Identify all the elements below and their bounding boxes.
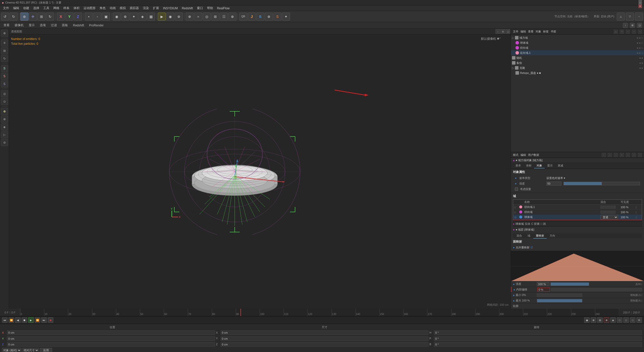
obj-mode-3[interactable]: ✦ bbox=[130, 13, 138, 21]
scene-header-obj[interactable]: 对象 bbox=[536, 30, 541, 33]
menu-item-扩展[interactable]: 扩展 bbox=[151, 6, 161, 11]
render-region-button[interactable]: ◉ bbox=[166, 13, 174, 21]
domain-row-sphere[interactable]: ☑ 球体域 普通 100 % | bbox=[513, 215, 642, 220]
scene-header-nav-4[interactable]: ○ bbox=[632, 30, 636, 34]
transport-play[interactable]: ▶ bbox=[28, 317, 34, 323]
tb-top-right-1[interactable]: △ bbox=[617, 13, 625, 21]
transport-extra-5[interactable]: ◈ bbox=[610, 317, 616, 323]
tx-size-y[interactable] bbox=[221, 336, 429, 341]
transport-prev-key[interactable]: ⏪ bbox=[9, 317, 14, 323]
tb-extra-6[interactable]: ⊕ bbox=[228, 13, 236, 21]
props-nav-c2[interactable]: ○ bbox=[632, 153, 636, 157]
props-header-edit[interactable]: 编辑 bbox=[520, 153, 526, 157]
props-nav-fwd[interactable]: → bbox=[608, 153, 612, 157]
viewport-canvas[interactable]: Number of emitters: 0 Total live particl… bbox=[9, 35, 511, 309]
tx-rot-b[interactable] bbox=[434, 342, 642, 347]
props-nav-back[interactable]: ← bbox=[602, 153, 606, 157]
scene-header-view[interactable]: 查看 bbox=[528, 30, 534, 33]
tb2-view[interactable]: 查看 bbox=[2, 23, 11, 28]
transport-next[interactable]: ⏩ bbox=[35, 317, 40, 323]
menu-item-realflow[interactable]: RealFlow bbox=[215, 6, 232, 11]
close-button[interactable]: ✕ bbox=[638, 5, 642, 8]
transport-first[interactable]: ⏮ bbox=[2, 317, 8, 323]
speed-type-value[interactable]: 设置色对速率 ▾ bbox=[546, 176, 640, 180]
tb-j-button[interactable]: J bbox=[248, 13, 256, 21]
props-nav-c1[interactable]: ○ bbox=[626, 153, 630, 157]
menu-item-insydium[interactable]: INSYDIUM bbox=[161, 6, 180, 11]
menu-item-文件[interactable]: 文件 bbox=[1, 6, 11, 11]
tb2-right-2[interactable]: ⊞ bbox=[630, 23, 635, 28]
scene-item-backup[interactable]: 备份 ■ ■ bbox=[511, 60, 644, 65]
menu-item-动画[interactable]: 动画 bbox=[108, 6, 118, 11]
menu-item-样条[interactable]: 样条 bbox=[61, 6, 71, 11]
props-header-mode[interactable]: 模式 bbox=[513, 153, 518, 157]
z-axis-button[interactable]: Z bbox=[74, 13, 82, 21]
blend-tab-remap[interactable]: 重映射 bbox=[533, 233, 547, 239]
timeline-ruler[interactable]: 0102030405060708090100110120130140150160… bbox=[20, 309, 619, 316]
tb2-display[interactable]: 显示 bbox=[27, 23, 36, 28]
tb2-camera[interactable]: 摄像机 bbox=[13, 23, 25, 28]
tool-paint[interactable]: ◎ bbox=[1, 90, 8, 97]
transport-last[interactable]: ⏭ bbox=[41, 317, 47, 323]
menu-item-角色[interactable]: 角色 bbox=[98, 6, 108, 11]
tb2-redshift[interactable]: Redshift bbox=[71, 23, 86, 28]
scene-check-4[interactable]: □ bbox=[641, 52, 643, 54]
vc-btn-1[interactable]: ↕ bbox=[496, 29, 500, 34]
menu-item-redshift[interactable]: Redshift bbox=[180, 6, 195, 11]
strength-track[interactable] bbox=[550, 282, 589, 286]
tool-rotate[interactable]: ↻ bbox=[1, 55, 8, 62]
scene-check-2[interactable]: □ bbox=[641, 41, 643, 44]
tb-extra-9[interactable]: ✦ bbox=[282, 13, 290, 21]
menu-item-工具[interactable]: 工具 bbox=[41, 6, 51, 11]
scene-header-edit[interactable]: 编辑 bbox=[520, 30, 526, 33]
transport-extra-1[interactable]: ◉ bbox=[584, 317, 590, 323]
tb2-prorender[interactable]: ProRender bbox=[88, 23, 105, 28]
tx-size-z[interactable] bbox=[221, 342, 429, 347]
domain-row-radial[interactable]: □ 径向域 100 % | bbox=[513, 210, 642, 215]
obj-mode-2[interactable]: ⊕ bbox=[121, 13, 129, 21]
strength-slider-input[interactable] bbox=[537, 282, 549, 286]
transport-prev[interactable]: ◀ bbox=[15, 317, 21, 323]
props-nav-x[interactable]: × bbox=[620, 153, 624, 157]
props-header-userdata[interactable]: 用户数据 bbox=[528, 153, 539, 157]
domain-type-sphere[interactable]: 球体域 bbox=[515, 222, 524, 226]
scene-item-sphere[interactable]: 球体域 ■ ■ □ bbox=[511, 40, 644, 45]
props-nav-c3[interactable]: ○ bbox=[638, 153, 642, 157]
scene-header-file[interactable]: 文件 bbox=[513, 30, 518, 33]
tb2-options[interactable]: 选项 bbox=[38, 23, 47, 28]
consider-mass-checkbox[interactable] bbox=[515, 188, 518, 191]
scene-header-nav-3[interactable]: ○ bbox=[626, 30, 630, 34]
tool-move[interactable]: ✛ bbox=[1, 39, 8, 47]
tb2-right-3[interactable]: ◲ bbox=[637, 23, 642, 28]
tab-falloff[interactable]: 衰减 bbox=[555, 163, 566, 168]
tool-extra-3[interactable]: ◈ bbox=[1, 123, 8, 130]
tx-rot-h[interactable] bbox=[434, 330, 642, 335]
transport-extra-4[interactable]: ⊗ bbox=[604, 317, 609, 323]
scene-header-tag[interactable]: 标签 bbox=[543, 30, 549, 33]
tb-extra-4[interactable]: ⊞ bbox=[211, 13, 219, 21]
menu-item-编辑[interactable]: 编辑 bbox=[11, 6, 21, 11]
vc-btn-2[interactable]: ⊞ bbox=[501, 29, 505, 34]
menu-item-渲染[interactable]: 渲染 bbox=[141, 6, 151, 11]
select-tool-button[interactable]: ⊕ bbox=[20, 13, 28, 21]
apply-button[interactable]: 应用 bbox=[40, 348, 52, 352]
obj-mode-5[interactable]: ▦ bbox=[147, 13, 155, 21]
domain-type-solid[interactable]: 实体 bbox=[525, 222, 530, 226]
tool-extra-4[interactable]: ▷ bbox=[1, 131, 8, 138]
menu-item-创建[interactable]: 创建 bbox=[21, 6, 31, 11]
transport-extra-3[interactable]: ⊞ bbox=[597, 317, 603, 323]
y-axis-button[interactable]: Y bbox=[65, 13, 73, 21]
tb-s-button[interactable]: S bbox=[273, 13, 281, 21]
transport-stop[interactable]: ⏹ bbox=[22, 317, 27, 323]
move-tool-button[interactable]: ✛ bbox=[29, 13, 37, 21]
tool-scale[interactable]: ⊞ bbox=[1, 47, 8, 54]
scene-item-clone[interactable]: ▷ 克隆 ■ ■ bbox=[511, 65, 644, 70]
redo-button[interactable]: ↻ bbox=[10, 13, 18, 21]
tb-top-right-2[interactable]: ▽ bbox=[626, 13, 634, 21]
scene-item-random[interactable]: 随机 ■ ■ bbox=[511, 55, 644, 60]
inner-offset-track[interactable] bbox=[551, 288, 642, 291]
menu-item-体积[interactable]: 体积 bbox=[71, 6, 82, 11]
tb-top-right-3[interactable]: ○ bbox=[635, 13, 643, 21]
render-button[interactable]: ▶ bbox=[158, 13, 166, 21]
scene-item-domain-force[interactable]: ▷ 域力域 ■ ■ □ bbox=[511, 35, 644, 40]
